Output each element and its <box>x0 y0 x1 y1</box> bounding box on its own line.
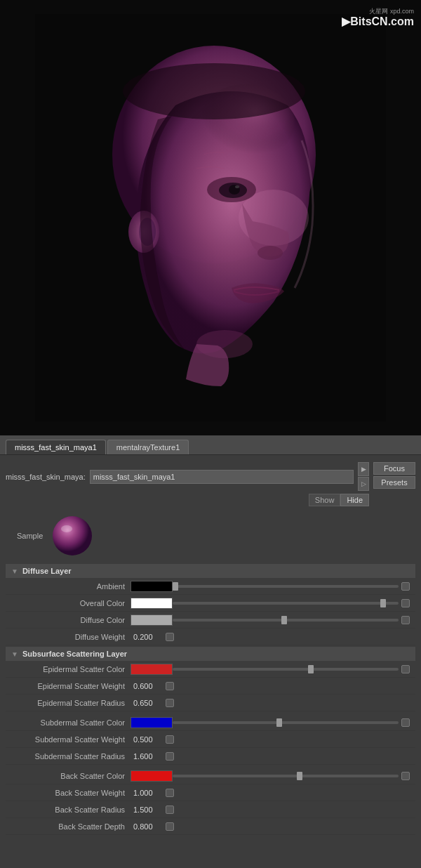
ambient-slider-thumb[interactable] <box>173 582 178 591</box>
subdermal-scatter-weight-value: 0.500 <box>131 735 166 744</box>
subdermal-scatter-weight-row: Subdermal Scatter Weight 0.500 <box>6 731 415 748</box>
back-scatter-slider-track[interactable] <box>173 775 399 777</box>
sss-layer-props: Epidermal Scatter Color Epidermal Scatte… <box>6 661 415 835</box>
sample-area: Sample <box>6 509 415 563</box>
tab-misss[interactable]: misss_fast_skin_maya1 <box>6 440 106 454</box>
subdermal-scatter-radius-label: Subdermal Scatter Radius <box>11 752 131 761</box>
sample-label: Sample <box>17 532 43 540</box>
arrow-play-btn[interactable]: ▷ <box>358 477 369 491</box>
back-scatter-slider-thumb[interactable] <box>297 772 302 780</box>
back-scatter-radius-connector[interactable] <box>166 805 174 814</box>
diffuse-weight-row: Diffuse Weight 0.200 <box>6 629 415 645</box>
subdermal-scatter-weight-label: Subdermal Scatter Weight <box>11 735 131 744</box>
ambient-color-swatch[interactable] <box>131 581 173 592</box>
diffuse-color-swatch[interactable] <box>131 614 173 626</box>
watermark: 火星网 xpd.com ▶BitsCN.com <box>342 7 414 27</box>
epidermal-scatter-color-label: Epidermal Scatter Color <box>11 665 131 673</box>
svg-point-12 <box>123 63 305 119</box>
back-scatter-depth-row: Back Scatter Depth 0.800 <box>6 818 415 835</box>
epidermal-scatter-color-connector[interactable] <box>401 665 410 673</box>
sss-layer-title: Subsurface Scattering Layer <box>22 650 127 658</box>
epidermal-scatter-radius-value: 0.650 <box>131 699 166 707</box>
ambient-connector[interactable] <box>401 582 410 591</box>
svg-point-13 <box>53 516 92 555</box>
subdermal-scatter-color-connector[interactable] <box>401 718 410 727</box>
epidermal-scatter-radius-connector[interactable] <box>166 699 174 707</box>
diffuse-color-connector[interactable] <box>401 616 410 624</box>
svg-point-9 <box>235 185 239 188</box>
epidermal-scatter-weight-value: 0.600 <box>131 682 166 690</box>
diffuse-layer-header[interactable]: ▼ Diffuse Layer <box>6 564 415 578</box>
back-scatter-weight-value: 1.000 <box>131 789 166 797</box>
back-scatter-color-row: Back Scatter Color <box>6 768 415 784</box>
arrow-right-btn[interactable]: ▶ <box>358 462 369 476</box>
diffuse-weight-label: Diffuse Weight <box>11 633 131 641</box>
back-scatter-weight-connector[interactable] <box>166 789 174 797</box>
collapse-triangle-sss: ▼ <box>11 650 18 658</box>
epidermal-scatter-weight-connector[interactable] <box>166 682 174 690</box>
ambient-row: Ambient <box>6 578 415 595</box>
ambient-label: Ambient <box>11 582 131 591</box>
subdermal-scatter-color-row: Subdermal Scatter Color <box>6 714 415 731</box>
epidermal-scatter-weight-label: Epidermal Scatter Weight <box>11 682 131 690</box>
epidermal-scatter-color-swatch[interactable] <box>131 664 173 675</box>
diffuse-layer-props: Ambient Overall Color Diffuse Color <box>6 578 415 645</box>
epidermal-scatter-slider-track[interactable] <box>173 668 399 671</box>
diffuse-color-slider-track[interactable] <box>173 619 399 622</box>
tab-bar: misss_fast_skin_maya1 mentalrayTexture1 <box>0 435 421 455</box>
svg-point-10 <box>258 246 283 260</box>
collapse-triangle-diffuse: ▼ <box>11 567 18 575</box>
watermark-logo: ▶BitsCN.com <box>342 16 414 27</box>
show-button[interactable]: Show <box>309 494 341 506</box>
control-panel: misss_fast_skin_maya: ▶ ▷ Show Hide Focu… <box>0 455 421 839</box>
focus-button[interactable]: Focus <box>373 462 415 475</box>
overall-color-label: Overall Color <box>11 599 131 607</box>
back-scatter-radius-row: Back Scatter Radius 1.500 <box>6 801 415 818</box>
sss-layer-header[interactable]: ▼ Subsurface Scattering Layer <box>6 647 415 661</box>
diffuse-weight-connector[interactable] <box>166 633 174 641</box>
back-scatter-color-connector[interactable] <box>401 772 410 780</box>
svg-point-14 <box>61 525 72 532</box>
presets-button[interactable]: Presets <box>373 476 415 489</box>
subdermal-scatter-slider-track[interactable] <box>173 721 399 724</box>
back-scatter-color-label: Back Scatter Color <box>11 772 131 780</box>
sample-sphere <box>51 515 93 557</box>
diffuse-color-slider-thumb[interactable] <box>281 616 287 624</box>
back-scatter-depth-label: Back Scatter Depth <box>11 822 131 831</box>
subdermal-scatter-radius-value: 1.600 <box>131 752 166 761</box>
subdermal-scatter-slider-thumb[interactable] <box>276 718 282 727</box>
back-scatter-color-swatch[interactable] <box>131 770 173 782</box>
diffuse-color-row: Diffuse Color <box>6 612 415 629</box>
hide-button[interactable]: Hide <box>340 494 369 506</box>
subdermal-scatter-color-swatch[interactable] <box>131 717 173 728</box>
back-scatter-weight-label: Back Scatter Weight <box>11 789 131 797</box>
epidermal-scatter-color-row: Epidermal Scatter Color <box>6 661 415 678</box>
subdermal-scatter-radius-connector[interactable] <box>166 752 174 761</box>
back-scatter-depth-connector[interactable] <box>166 822 174 831</box>
epidermal-scatter-radius-row: Epidermal Scatter Radius 0.650 <box>6 695 415 711</box>
overall-color-slider-track[interactable] <box>173 602 399 605</box>
diffuse-weight-value: 0.200 <box>131 633 166 641</box>
back-scatter-radius-value: 1.500 <box>131 805 166 814</box>
epidermal-scatter-slider-thumb[interactable] <box>308 665 314 673</box>
epidermal-scatter-radius-label: Epidermal Scatter Radius <box>11 699 131 707</box>
back-scatter-radius-label: Back Scatter Radius <box>11 805 131 814</box>
overall-color-slider-thumb[interactable] <box>380 599 386 607</box>
diffuse-color-label: Diffuse Color <box>11 616 131 624</box>
overall-color-connector[interactable] <box>401 599 410 607</box>
tab-mentalray[interactable]: mentalrayTexture1 <box>107 440 189 454</box>
overall-color-swatch[interactable] <box>131 598 173 609</box>
render-viewport: 火星网 xpd.com ▶BitsCN.com <box>0 0 421 435</box>
epidermal-scatter-weight-row: Epidermal Scatter Weight 0.600 <box>6 678 415 695</box>
overall-color-row: Overall Color <box>6 595 415 612</box>
subdermal-scatter-weight-connector[interactable] <box>166 735 174 744</box>
subdermal-scatter-radius-row: Subdermal Scatter Radius 1.600 <box>6 748 415 765</box>
back-scatter-weight-row: Back Scatter Weight 1.000 <box>6 784 415 801</box>
node-name-input[interactable] <box>90 470 354 484</box>
diffuse-layer-title: Diffuse Layer <box>22 567 72 575</box>
back-scatter-depth-value: 0.800 <box>131 822 166 831</box>
ambient-slider-track[interactable] <box>173 585 399 588</box>
node-label: misss_fast_skin_maya: <box>6 473 86 481</box>
subdermal-scatter-color-label: Subdermal Scatter Color <box>11 718 131 727</box>
